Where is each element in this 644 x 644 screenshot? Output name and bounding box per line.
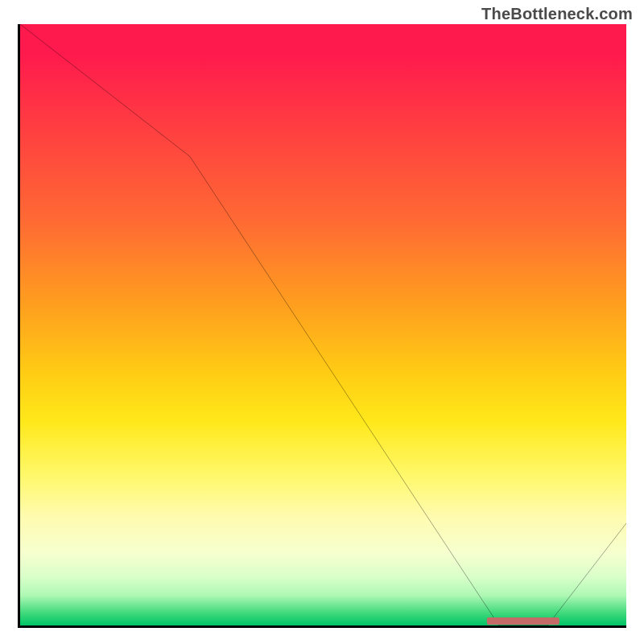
optimal-range-marker <box>487 617 559 625</box>
watermark-text: TheBottleneck.com <box>481 5 633 23</box>
plot-area <box>18 24 626 628</box>
bottleneck-curve <box>20 24 626 625</box>
chart-container: TheBottleneck.com <box>0 0 644 644</box>
chart-svg <box>20 24 626 625</box>
